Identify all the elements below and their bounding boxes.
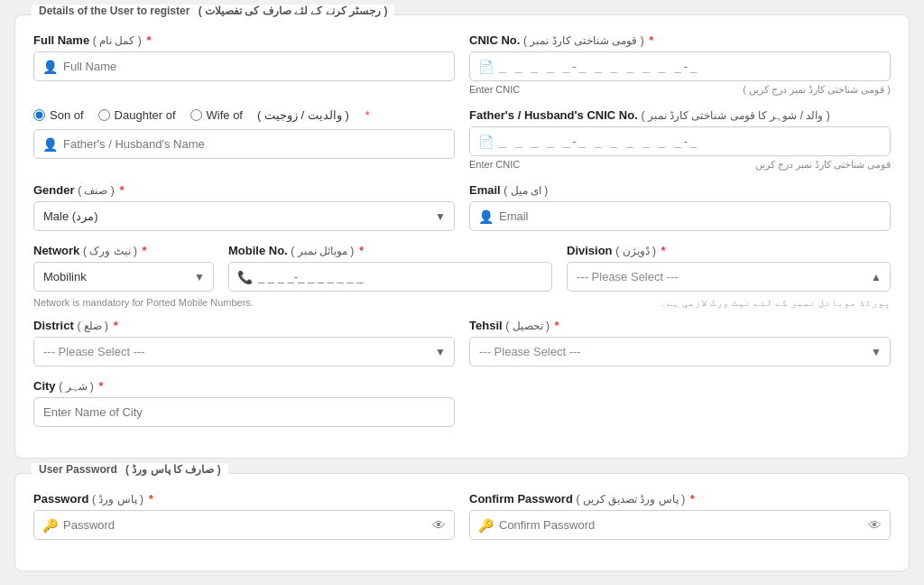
mobile-input-wrapper: 📞	[228, 262, 552, 292]
tehsil-label: Tehsil ( تحصیل ) *	[469, 319, 891, 332]
city-spacer	[469, 379, 891, 427]
daughter-of-radio[interactable]	[98, 109, 110, 121]
gender-select-wrapper: Male (مرد) Female (عورت) Other ▼	[33, 201, 455, 231]
division-label: Division ( ڈویژن ) *	[567, 244, 891, 257]
mobile-input[interactable]	[228, 262, 552, 292]
email-input-wrapper: 👤	[469, 201, 891, 231]
confirm-password-label: Confirm Password ( پاس ورڈ تصدیق کریں ) …	[469, 492, 891, 506]
cnic-col: CNIC No. ( قومی شناختی کارڈ نمبر ) * 📄 E…	[469, 33, 891, 96]
network-select-wrapper: Mobilink Telenor Ufone Zong Warid ▼	[33, 262, 214, 292]
cnic-input[interactable]	[469, 51, 891, 81]
cnic-hint: Enter CNIC	[469, 84, 520, 96]
row-gender-email: Gender ( صنف ) * Male (مرد) Female (عورت…	[33, 183, 891, 231]
tehsil-col: Tehsil ( تحصیل ) * --- Please Select ---…	[469, 319, 891, 367]
district-label: District ( ضلع ) *	[33, 319, 455, 332]
wife-of-radio-label[interactable]: Wife of	[190, 108, 243, 122]
cnic-label: CNIC No. ( قومی شناختی کارڈ نمبر ) *	[469, 33, 891, 47]
network-col: Network ( نیٹ ورک ) * Mobilink Telenor U…	[33, 244, 214, 292]
row-parentage-fathercnic: Son of Daughter of Wife of ( والدیت / زو…	[33, 108, 891, 171]
password-input[interactable]	[33, 510, 455, 540]
father-cnic-label: Father's / Husband's CNIC No. ( والد / ش…	[469, 108, 891, 122]
password-toggle-button[interactable]: 👁	[432, 517, 446, 533]
network-select[interactable]: Mobilink Telenor Ufone Zong Warid	[33, 262, 214, 292]
confirm-password-input[interactable]	[469, 510, 891, 540]
password-input-wrapper: 🔑 👁	[33, 510, 455, 540]
wife-of-radio[interactable]	[190, 109, 202, 121]
city-col: City ( شہر ) *	[33, 379, 455, 427]
division-select[interactable]: --- Please Select ---	[567, 262, 891, 292]
email-col: Email ( ای میل ) 👤	[469, 183, 891, 231]
son-of-radio[interactable]	[33, 109, 45, 121]
network-label: Network ( نیٹ ورک ) *	[33, 244, 214, 257]
email-input[interactable]	[469, 201, 891, 231]
password-section: User Password ( صارف کا پاس ورڈ ) Passwo…	[14, 473, 910, 571]
daughter-of-radio-label[interactable]: Daughter of	[98, 108, 176, 122]
father-cnic-col: Father's / Husband's CNIC No. ( والد / ش…	[469, 108, 891, 171]
row-district-tehsil: District ( ضلع ) * --- Please Select ---…	[33, 319, 891, 367]
row-passwords: Password ( پاس ورڈ ) * 🔑 👁 Confirm Passw…	[33, 492, 891, 540]
fullname-input-wrapper: 👤	[33, 51, 455, 81]
tehsil-select[interactable]: --- Please Select ---	[469, 337, 891, 367]
password-col: Password ( پاس ورڈ ) * 🔑 👁	[33, 492, 455, 540]
city-input-wrapper	[33, 397, 455, 427]
district-select-wrapper: --- Please Select --- ▼	[33, 337, 455, 367]
row-network-mobile-division: Network ( نیٹ ورک ) * Mobilink Telenor U…	[33, 244, 891, 292]
section-title: Details of the User to register ( رجسٹر …	[32, 5, 394, 17]
parentage-input-wrapper: 👤	[33, 129, 455, 159]
password-label: Password ( پاس ورڈ ) *	[33, 492, 455, 506]
cnic-hint-urdu: ( قومی شناختی کارڈ نمبر درج کریں )	[743, 84, 891, 96]
district-select[interactable]: --- Please Select ---	[33, 337, 455, 367]
fullname-input[interactable]	[33, 51, 455, 81]
city-label: City ( شہر ) *	[33, 379, 455, 393]
gender-label: Gender ( صنف ) *	[33, 183, 455, 197]
parentage-radio-group: Son of Daughter of Wife of ( والدیت / زو…	[33, 108, 455, 122]
email-label: Email ( ای میل )	[469, 183, 891, 197]
confirm-password-col: Confirm Password ( پاس ورڈ تصدیق کریں ) …	[469, 492, 891, 540]
mobile-label: Mobile No. ( موبائل نمبر ) *	[228, 244, 552, 257]
fullname-col: Full Name ( کمل نام ) * 👤	[33, 33, 455, 96]
father-cnic-hint: Enter CNIC	[469, 159, 520, 171]
network-note: Network is mandatory for Ported Mobile N…	[33, 297, 891, 308]
user-details-section: Details of the User to register ( رجسٹر …	[14, 14, 910, 459]
parentage-urdu-label: ( والدیت / زوجیت )	[257, 108, 349, 122]
division-select-wrapper: --- Please Select --- ▲	[567, 262, 891, 292]
password-section-title: User Password ( صارف کا پاس ورڈ )	[32, 463, 228, 476]
fullname-label: Full Name ( کمل نام ) *	[33, 33, 455, 47]
father-cnic-input[interactable]	[469, 126, 891, 156]
division-col: Division ( ڈویژن ) * --- Please Select -…	[567, 244, 891, 292]
parentage-col: Son of Daughter of Wife of ( والدیت / زو…	[33, 108, 455, 171]
gender-select[interactable]: Male (مرد) Female (عورت) Other	[33, 201, 455, 231]
cnic-input-wrapper: 📄	[469, 51, 891, 81]
city-input[interactable]	[33, 397, 455, 427]
parentage-input[interactable]	[33, 129, 455, 159]
confirm-password-toggle-button[interactable]: 👁	[868, 517, 882, 533]
district-col: District ( ضلع ) * --- Please Select ---…	[33, 319, 455, 367]
gender-col: Gender ( صنف ) * Male (مرد) Female (عورت…	[33, 183, 455, 231]
confirm-password-input-wrapper: 🔑 👁	[469, 510, 891, 540]
row-city: City ( شہر ) *	[33, 379, 891, 427]
mobile-col: Mobile No. ( موبائل نمبر ) * 📞	[228, 244, 552, 292]
row-fullname-cnic: Full Name ( کمل نام ) * 👤 CNIC No. ( قوم…	[33, 33, 891, 96]
tehsil-select-wrapper: --- Please Select --- ▼	[469, 337, 891, 367]
father-cnic-hint-urdu: قومی شناختی کارڈ نمبر درج کریں	[755, 159, 891, 171]
father-cnic-input-wrapper: 📄	[469, 126, 891, 156]
son-of-radio-label[interactable]: Son of	[33, 108, 84, 122]
